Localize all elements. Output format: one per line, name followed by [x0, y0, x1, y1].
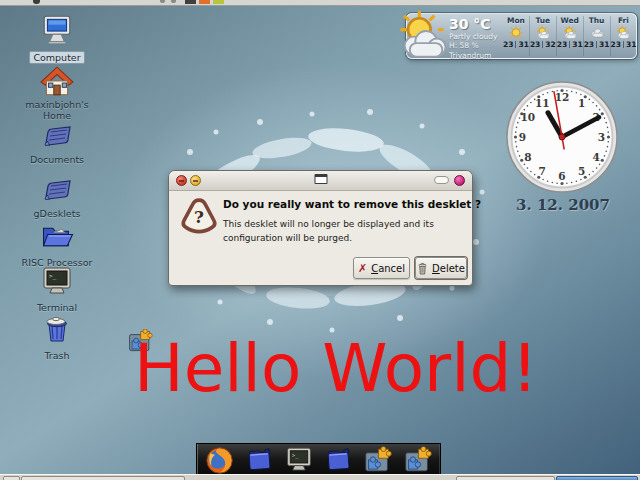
dialog-titlebar[interactable] — [169, 171, 472, 191]
weather-temperature: 30 °C — [449, 16, 497, 32]
weather-forecast: Mon 2331 Tue 2332 Wed 2331 Thu 2331 Fri — [503, 16, 634, 56]
minimize-icon[interactable] — [190, 175, 201, 186]
desktop-icon-label: gDesklets — [31, 208, 84, 219]
taskbar-button[interactable] — [456, 476, 555, 480]
svg-text:6: 6 — [558, 170, 565, 182]
trash-icon — [41, 314, 73, 344]
documents-icon — [41, 122, 73, 148]
svg-text:5: 5 — [578, 165, 585, 177]
dock-item-folder[interactable] — [242, 444, 276, 478]
dock-item-terminal[interactable] — [282, 444, 316, 478]
folder-icon — [245, 446, 274, 474]
desktop-icon-risc-processor[interactable]: RISC Processor — [7, 222, 107, 270]
terminal-icon — [41, 266, 73, 296]
svg-text:1: 1 — [578, 97, 585, 109]
dock-item-firefox[interactable] — [203, 444, 237, 478]
remove-desklet-dialog: ? Do you really want to remove this desk… — [168, 170, 473, 286]
home-icon — [40, 66, 74, 98]
cancel-x-icon: ✗ — [358, 263, 367, 274]
delete-button[interactable]: Delete — [415, 257, 467, 279]
panel-nub — [33, 0, 40, 4]
gdesklets-icon — [41, 176, 73, 202]
forecast-day: Thu 2331 — [584, 16, 611, 56]
dialog-body: This desklet will no longer be displayed… — [223, 218, 475, 245]
svg-text:3: 3 — [598, 131, 605, 143]
desktop-icon-label: Trash — [41, 350, 72, 361]
menu-icon[interactable] — [454, 175, 465, 186]
desktop: >_ — [0, 0, 640, 480]
dock-item-gdesklets[interactable] — [400, 444, 434, 478]
bottom-taskbar-sliver — [0, 474, 640, 480]
cancel-label: Cancel — [371, 263, 405, 274]
question-icon: ? — [180, 197, 218, 235]
cancel-button[interactable]: ✗ Cancel — [353, 257, 410, 279]
taskbar-button[interactable] — [3, 476, 20, 480]
desktop-icon-computer[interactable]: Computer — [7, 14, 107, 65]
panel-square-orange[interactable] — [199, 0, 210, 4]
svg-text:?: ? — [194, 207, 204, 227]
sun-cloud-icon — [562, 25, 578, 40]
computer-icon — [40, 14, 74, 46]
taskbar-button[interactable] — [21, 476, 185, 480]
panel-mini-icon[interactable] — [160, 0, 165, 3]
desktop-icon-gdesklets[interactable]: gDesklets — [7, 176, 107, 221]
terminal-icon — [285, 446, 313, 473]
svg-text:4: 4 — [593, 151, 600, 163]
firefox-icon — [205, 446, 234, 475]
sun-cloud-icon — [535, 25, 551, 40]
close-icon[interactable] — [176, 175, 187, 186]
svg-text:9: 9 — [519, 131, 526, 143]
gdesklets-icon — [403, 446, 432, 474]
desktop-icon-trash[interactable]: Trash — [7, 314, 107, 363]
folder-icon — [324, 446, 353, 474]
forecast-day: Wed 2331 — [557, 16, 584, 56]
cloud-icon — [589, 25, 605, 40]
svg-text:11: 11 — [535, 97, 550, 109]
desktop-icon-label: maxinbjohn's Home — [7, 99, 107, 122]
desktop-icon-label: Computer — [29, 51, 84, 64]
weather-humidity: H: 58 % — [449, 41, 497, 50]
weather-condition-icon — [395, 8, 449, 62]
delete-label: Delete — [432, 263, 465, 274]
desktop-icon-terminal[interactable]: Terminal — [7, 266, 107, 315]
forecast-day: Mon 2331 — [503, 16, 530, 56]
weather-condition: Partly cloudy — [449, 32, 497, 41]
svg-text:7: 7 — [539, 165, 546, 177]
hello-world-text: Hello World! — [134, 336, 538, 402]
svg-text:8: 8 — [524, 151, 531, 163]
taskbar-button-active[interactable] — [556, 476, 638, 480]
weather-desklet[interactable]: 30 °C Partly cloudy H: 58 % Trivandrum M… — [406, 13, 637, 59]
clock-date: 3. 12. 2007 — [498, 196, 628, 214]
open-folder-icon — [39, 222, 75, 251]
gdesklets-icon — [363, 446, 392, 474]
sun-cloud-icon — [615, 25, 631, 40]
panel-square-dark[interactable] — [185, 0, 196, 4]
trash-small-icon — [417, 262, 428, 275]
desktop-icon-home[interactable]: maxinbjohn's Home — [7, 66, 107, 123]
desktop-icon-documents[interactable]: Documents — [7, 122, 107, 167]
analog-clock-desklet[interactable]: 121234567891011 — [504, 79, 620, 195]
top-panel-sliver — [0, 0, 640, 6]
dock-item-folder[interactable] — [321, 444, 355, 478]
svg-text:10: 10 — [520, 111, 535, 123]
weather-location: Trivandrum — [449, 51, 497, 60]
panel-mini-icon[interactable] — [171, 0, 176, 3]
forecast-day: Tue 2332 — [530, 16, 557, 56]
dock-item-gdesklets[interactable] — [361, 444, 395, 478]
forecast-day: Fri 2331 — [611, 16, 637, 56]
desktop-icon-label: Terminal — [34, 302, 80, 313]
panel-square-green[interactable] — [213, 0, 224, 4]
sun-icon — [508, 25, 524, 40]
svg-text:12: 12 — [555, 91, 570, 103]
dialog-title: Do you really want to remove this deskle… — [223, 198, 481, 210]
window-icon — [314, 174, 327, 184]
shade-icon[interactable] — [434, 176, 449, 184]
desktop-icon-label: Documents — [27, 154, 87, 165]
